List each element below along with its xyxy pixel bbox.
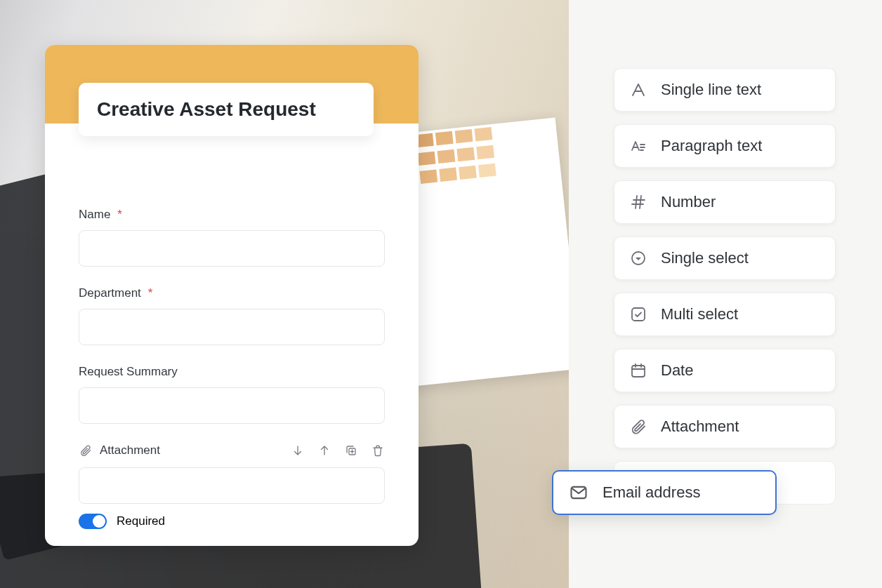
- field-name: Name*: [79, 208, 385, 267]
- required-marker: *: [117, 208, 122, 222]
- text-icon: [630, 81, 647, 98]
- attachment-actions: [291, 443, 385, 457]
- label-text: Request Summary: [79, 365, 178, 379]
- fieldtype-label: Attachment: [661, 417, 739, 436]
- fieldtype-label: Multi select: [661, 305, 738, 323]
- required-label: Required: [117, 514, 165, 528]
- attachment-header-row: Attachment: [79, 443, 385, 457]
- fieldtype-label: Number: [661, 193, 716, 211]
- required-toggle-row: Required: [79, 514, 385, 529]
- fieldtype-single-select[interactable]: Single select: [614, 236, 836, 280]
- hash-icon: [630, 194, 647, 211]
- field-department: Department*: [79, 286, 385, 345]
- move-up-icon[interactable]: [317, 443, 331, 457]
- required-marker: *: [148, 286, 153, 300]
- paperclip-icon: [79, 443, 93, 457]
- label-text: Department: [79, 286, 141, 300]
- fieldtype-email-address-dragging[interactable]: Email address: [552, 470, 777, 515]
- attachment-label: Attachment: [100, 443, 160, 457]
- input-name[interactable]: [79, 230, 385, 267]
- fieldtype-attachment[interactable]: Attachment: [614, 405, 836, 448]
- input-attachment[interactable]: [79, 467, 385, 504]
- calendar-icon: [630, 362, 647, 379]
- fieldtype-date[interactable]: Date: [614, 349, 836, 392]
- form-title-container[interactable]: Creative Asset Request: [79, 83, 374, 136]
- svg-rect-2: [632, 308, 645, 321]
- fieldtype-label: Email address: [603, 483, 700, 502]
- paragraph-icon: [630, 138, 647, 154]
- field-label-request-summary: Request Summary: [79, 365, 385, 379]
- fieldtype-label: Single line text: [661, 81, 761, 99]
- field-label-department: Department*: [79, 286, 385, 300]
- duplicate-icon[interactable]: [344, 443, 358, 457]
- fieldtype-label: Paragraph text: [661, 137, 762, 155]
- fieldtype-multi-select[interactable]: Multi select: [614, 293, 836, 336]
- fieldtype-label: Single select: [661, 249, 749, 267]
- field-request-summary: Request Summary: [79, 365, 385, 424]
- input-request-summary[interactable]: [79, 387, 385, 424]
- label-text: Name: [79, 208, 110, 222]
- fieldtype-number[interactable]: Number: [614, 180, 836, 224]
- form-title: Creative Asset Request: [97, 98, 355, 121]
- paperclip-icon: [630, 418, 647, 435]
- form-body: Name* Department* Request Summary: [45, 123, 419, 546]
- dropdown-icon: [630, 250, 647, 267]
- input-department[interactable]: [79, 309, 385, 345]
- field-label-name: Name*: [79, 208, 385, 222]
- checkbox-icon: [630, 306, 647, 323]
- field-attachment-editor: Attachment: [79, 443, 385, 546]
- fieldtype-single-line-text[interactable]: Single line text: [614, 68, 836, 112]
- svg-rect-3: [632, 366, 645, 377]
- move-down-icon[interactable]: [291, 443, 305, 457]
- fieldtype-paragraph-text[interactable]: Paragraph text: [614, 124, 836, 168]
- fieldtype-label: Date: [661, 361, 693, 380]
- delete-icon[interactable]: [371, 443, 385, 457]
- form-preview-card: Creative Asset Request Name* Department*…: [45, 45, 419, 546]
- envelope-icon: [569, 483, 588, 502]
- required-toggle[interactable]: [79, 514, 107, 529]
